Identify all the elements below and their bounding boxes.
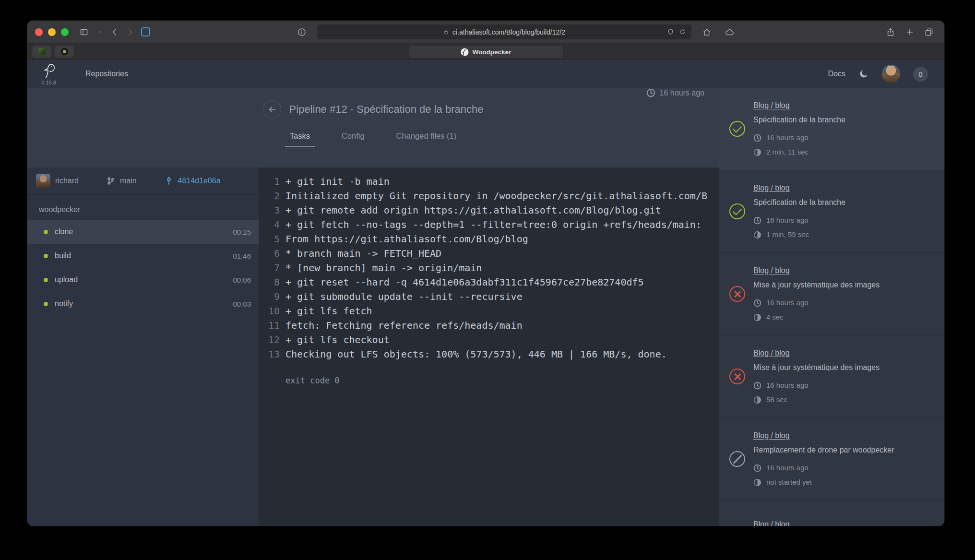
commit-link[interactable]: 4614d1e06a xyxy=(165,177,221,185)
pipeline-step[interactable]: notify 00:03 xyxy=(27,292,259,316)
active-tab[interactable]: Woodpecker xyxy=(409,46,563,58)
address-bar[interactable]: ci.athaliasoft.com/Blog/blog/build/12/2 xyxy=(317,24,691,39)
nav-repositories[interactable]: Repositories xyxy=(85,70,128,78)
step-name: build xyxy=(55,251,71,260)
sidebar-icon[interactable] xyxy=(76,25,92,39)
share-icon[interactable] xyxy=(883,25,898,39)
pinned-favicon-1 xyxy=(38,48,46,55)
log-line: 10 + git lfs fetch xyxy=(259,304,719,318)
pipeline-status-icon xyxy=(729,121,745,137)
repo-link[interactable]: Blog / blog xyxy=(753,348,880,358)
pipeline-step[interactable]: upload 00:06 xyxy=(27,268,259,292)
commit-icon xyxy=(165,177,173,185)
repo-link[interactable]: Blog / blog xyxy=(753,431,894,441)
pipeline-step[interactable]: clone 00:15 xyxy=(27,220,259,244)
log-line-text: + git lfs checkout xyxy=(280,333,390,347)
privacy-badge-icon[interactable] xyxy=(667,28,674,36)
new-tab-icon[interactable] xyxy=(902,25,917,39)
browser-toolbar: ci.athaliasoft.com/Blog/blog/build/12/2 xyxy=(27,21,944,44)
pinned-tab-1[interactable] xyxy=(32,46,51,58)
pipeline-tab[interactable]: Tasks xyxy=(290,131,310,147)
step-duration: 00:03 xyxy=(233,300,251,308)
woodpecker-bird-icon xyxy=(40,62,58,80)
pipeline-card[interactable]: Blog / blog Remplacement de drone par wo… xyxy=(719,418,944,500)
user-avatar[interactable] xyxy=(882,65,900,83)
pipeline-card[interactable]: Blog / blog Mise à jour systématique des… xyxy=(719,335,944,418)
back-arrow-icon[interactable] xyxy=(263,100,281,119)
duration-icon xyxy=(753,231,761,239)
log-line-number: 2 xyxy=(265,189,280,203)
pipeline-card[interactable]: Blog / blog Spécification de la branche … xyxy=(719,88,944,170)
branch-name: main xyxy=(120,177,137,185)
icloud-icon[interactable] xyxy=(722,25,737,39)
dark-mode-toggle-icon[interactable] xyxy=(858,69,869,79)
repo-link[interactable]: Blog / blog xyxy=(753,101,845,110)
reload-icon[interactable] xyxy=(679,28,686,36)
zoom-window-button[interactable] xyxy=(61,28,69,36)
log-line-number: 1 xyxy=(265,174,280,189)
toolbar-center: ci.athaliasoft.com/Blog/blog/build/12/2 xyxy=(153,24,878,39)
log-line-number: 12 xyxy=(265,333,280,347)
step-name: upload xyxy=(55,275,78,284)
pipeline-card[interactable]: Blog / blog xyxy=(719,500,944,526)
log-line: 7 * [new branch] main -> origin/main xyxy=(259,261,719,275)
tab-overview-icon[interactable] xyxy=(921,25,937,39)
author: richard xyxy=(36,174,79,188)
log-line: 2 Initialized empty Git repository in /w… xyxy=(259,189,719,203)
step-duration: 00:06 xyxy=(233,276,251,284)
pipeline-status-icon xyxy=(729,451,745,467)
pipeline-card[interactable]: Blog / blog Spécification de la branche … xyxy=(719,170,944,253)
build-meta-row: richard main 4614d1e06a xyxy=(27,167,259,194)
pipeline-body: richard main 4614d1e06a xyxy=(27,167,719,526)
pipeline-card-text: Blog / blog Spécification de la branche … xyxy=(753,183,845,239)
woodpecker-favicon xyxy=(461,48,469,56)
step-duration: 00:15 xyxy=(233,228,251,236)
pipeline-column: Pipeline #12 - Spécification de la branc… xyxy=(27,88,719,526)
nav-docs[interactable]: Docs xyxy=(828,70,845,78)
log-line-text: + git submodule update --init --recursiv… xyxy=(280,289,523,304)
pipeline-card-text: Blog / blog Mise à jour systématique des… xyxy=(753,348,880,405)
step-duration: 01:46 xyxy=(233,252,251,260)
repo-link[interactable]: Blog / blog xyxy=(753,520,790,526)
log-line-number: 6 xyxy=(265,246,280,261)
pinned-tab-2[interactable] xyxy=(55,46,74,58)
tab-strip: Woodpecker xyxy=(27,44,944,60)
log-line: 9 + git submodule update --init --recurs… xyxy=(259,289,719,304)
finished-time: 16 hours ago xyxy=(646,88,704,97)
pipeline-status-icon xyxy=(729,369,745,384)
log-line-number: 13 xyxy=(265,347,280,361)
bookmarks-icon[interactable] xyxy=(138,25,153,39)
step-name: notify xyxy=(55,299,73,308)
pipeline-time-label: 16 hours ago xyxy=(766,298,809,308)
pinned-favicon-2 xyxy=(61,48,68,55)
pipeline-time: 16 hours ago xyxy=(753,133,845,143)
commit-hash: 4614d1e06a xyxy=(178,177,221,185)
log-line-number: 10 xyxy=(265,304,280,318)
back-icon[interactable] xyxy=(107,25,122,39)
pipeline-duration: 1 min, 59 sec xyxy=(753,230,845,239)
log-line-text: + git lfs fetch xyxy=(280,304,372,318)
pipeline-time: 16 hours ago xyxy=(753,298,880,308)
info-icon[interactable] xyxy=(294,25,309,39)
pipeline-time-label: 16 hours ago xyxy=(766,463,809,473)
pipeline-step[interactable]: build 01:46 xyxy=(27,244,259,268)
lock-icon xyxy=(443,29,449,35)
log-line-number: 11 xyxy=(265,318,280,333)
pipeline-card-text: Blog / blog Spécification de la branche … xyxy=(753,101,845,157)
home-icon[interactable] xyxy=(699,25,714,39)
repo-link[interactable]: Blog / blog xyxy=(753,266,880,275)
log-panel: 1 + git init -b main 2 Initialized empty… xyxy=(259,167,719,526)
close-window-button[interactable] xyxy=(35,28,43,36)
pipeline-duration-label: 4 sec xyxy=(766,312,784,322)
repo-link[interactable]: Blog / blog xyxy=(753,183,845,193)
pipeline-card[interactable]: Blog / blog Mise à jour systématique des… xyxy=(719,253,944,335)
chevron-down-icon[interactable] xyxy=(92,25,107,39)
queue-count-badge[interactable]: 0 xyxy=(913,67,928,82)
minimize-window-button[interactable] xyxy=(48,28,56,36)
pipeline-tab[interactable]: Config xyxy=(342,131,365,147)
branch: main xyxy=(107,177,137,185)
woodpecker-logo[interactable]: 0.15.8 xyxy=(40,62,58,85)
forward-icon[interactable] xyxy=(122,25,138,39)
pinned-tabs xyxy=(32,46,74,58)
pipeline-tab[interactable]: Changed files (1) xyxy=(396,131,457,147)
